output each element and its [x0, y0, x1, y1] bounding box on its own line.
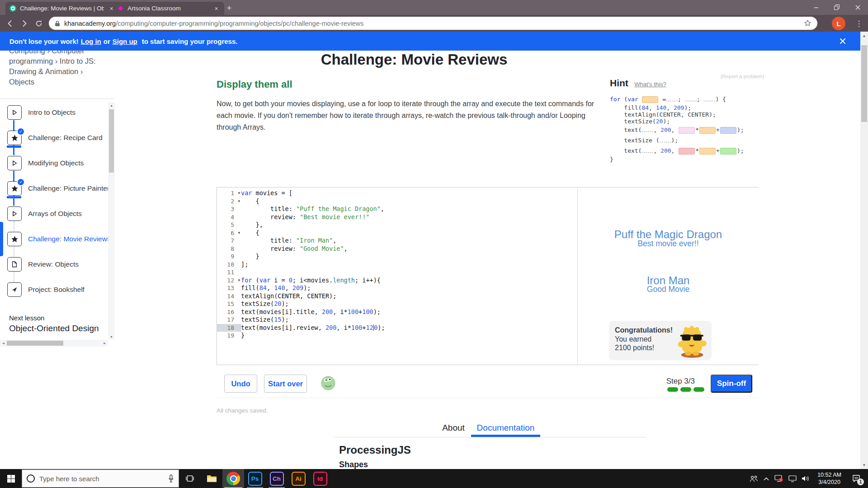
gutter-line[interactable]: 13 [217, 284, 241, 292]
scroll-up-icon[interactable]: ▲ [860, 32, 868, 39]
back-button[interactable] [4, 17, 16, 30]
code-line[interactable] [241, 268, 385, 277]
scroll-left-icon[interactable]: ◄ [0, 340, 7, 347]
url-bar[interactable]: khanacademy.org/computing/computer-progr… [49, 17, 817, 30]
code-line[interactable]: textSize(15); [241, 316, 385, 324]
scrollbar-thumb[interactable] [7, 341, 63, 346]
browser-profile-avatar[interactable]: L [832, 17, 845, 30]
task-view-button[interactable] [179, 469, 201, 488]
taskbar-app-ch[interactable]: Ch [266, 469, 288, 488]
gutter-line[interactable]: 10 [217, 261, 241, 269]
start-over-button[interactable]: Start over [264, 375, 307, 393]
code-line[interactable]: review: "Best movie ever!!" [241, 213, 385, 221]
new-tab-button[interactable]: + [223, 3, 235, 14]
code-line[interactable]: textAlign(CENTER, CENTER); [241, 292, 385, 300]
code-line[interactable]: { [241, 197, 385, 206]
scroll-down-icon[interactable]: ▼ [108, 333, 115, 340]
code-line[interactable]: } [241, 332, 385, 340]
code-line[interactable]: }, [241, 221, 385, 229]
hopper-avatar-icon[interactable] [320, 374, 337, 391]
sidebar-item-modifying-objects[interactable]: Modifying Objects [0, 150, 108, 176]
scrollbar-thumb[interactable] [861, 45, 867, 122]
taskbar-app-ai[interactable]: Ai [288, 469, 309, 488]
gutter-line[interactable]: 11 [217, 268, 241, 277]
sidebar-horizontal-scrollbar[interactable]: ◄ ► [0, 340, 108, 347]
microphone-icon[interactable] [168, 474, 174, 483]
signup-link[interactable]: Sign up [113, 38, 137, 45]
code-line[interactable]: text(movies[i].review, 200, i*100+120); [241, 324, 385, 332]
chrome-button[interactable] [222, 469, 244, 488]
minimize-button[interactable] [806, 0, 826, 14]
sidebar-item-review-objects[interactable]: Review: Objects [0, 252, 108, 277]
code-line[interactable]: { [241, 229, 385, 237]
tab-documentation[interactable]: Documentation [471, 423, 540, 433]
code-editor[interactable]: 1▾2▾3456▾789101112▾13141516171819 var mo… [217, 188, 578, 365]
file-explorer-button[interactable] [201, 469, 222, 488]
code-line[interactable]: fill(84, 140, 209); [241, 284, 385, 292]
code-line[interactable]: title: "Puff the Magic Dragon", [241, 205, 385, 213]
scroll-down-icon[interactable]: ▼ [860, 461, 868, 469]
sidebar-item-challenge-picture-painter[interactable]: ✓Challenge: Picture Painter [0, 176, 108, 201]
browser-tab-inactive[interactable]: Artsonia Classroom × [113, 2, 224, 15]
gutter-line[interactable]: 17 [217, 316, 241, 324]
browser-menu-icon[interactable]: ⋮ [854, 17, 863, 30]
action-alert-icon[interactable]: ! [774, 475, 783, 482]
code-line[interactable]: review: "Good Movie", [241, 245, 385, 253]
gutter-line[interactable]: 14 [217, 292, 241, 300]
gutter-line[interactable]: 1▾ [217, 189, 241, 197]
code-line[interactable]: title: "Iron Man", [241, 237, 385, 245]
gutter-line[interactable]: 12▾ [217, 277, 241, 285]
gutter-line[interactable]: 16 [217, 308, 241, 316]
sidebar-item-challenge-recipe-card[interactable]: ✓Challenge: Recipe Card [0, 125, 108, 150]
bookmark-star-icon[interactable] [804, 19, 811, 27]
code-line[interactable]: var movies = [ [241, 189, 385, 197]
editor-code[interactable]: var movies = [ { title: "Puff the Magic … [241, 189, 385, 340]
gutter-line[interactable]: 7 [217, 237, 241, 245]
taskbar-app-ps[interactable]: Ps [244, 469, 266, 488]
taskbar-search[interactable]: Type here to search [22, 469, 179, 488]
breadcrumb[interactable]: Computing › Computer programming › Intro… [9, 46, 99, 87]
fold-icon[interactable]: ▾ [238, 197, 240, 206]
scrollbar-thumb[interactable] [109, 109, 114, 173]
tray-chevron-icon[interactable] [763, 477, 769, 481]
browser-tab-active[interactable]: Challenge: Movie Reviews | Obje × [5, 2, 119, 15]
code-line[interactable]: textSize(20); [241, 300, 385, 308]
page-scrollbar[interactable]: ▲ ▼ [860, 32, 868, 469]
sidebar-item-arrays-of-objects[interactable]: Arrays of Objects [0, 201, 108, 226]
volume-icon[interactable] [802, 475, 810, 482]
fold-icon[interactable]: ▾ [238, 229, 240, 237]
gutter-line[interactable]: 4 [217, 213, 241, 221]
taskbar-clock[interactable]: 10:52 AM 3/4/2020 [815, 471, 844, 486]
sidebar-item-intro-to-objects[interactable]: Intro to Objects [0, 100, 108, 125]
next-lesson-title[interactable]: Object-Oriented Design [9, 324, 99, 333]
scroll-up-icon[interactable]: ▲ [108, 102, 115, 108]
sidebar-item-project-bookshelf[interactable]: Project: Bookshelf [0, 277, 108, 302]
reload-button[interactable] [33, 17, 45, 30]
start-button[interactable] [0, 469, 22, 488]
scroll-right-icon[interactable]: ► [101, 340, 108, 347]
close-button[interactable] [847, 0, 868, 14]
gutter-line[interactable]: 19 [217, 332, 241, 340]
gutter-line[interactable]: 8 [217, 245, 241, 253]
spin-off-button[interactable]: Spin-off [711, 375, 752, 393]
gutter-line[interactable]: 5 [217, 221, 241, 229]
tab-close-icon[interactable]: × [212, 5, 220, 12]
whats-this-link[interactable]: What's this? [634, 81, 666, 88]
code-line[interactable]: ]; [241, 261, 385, 269]
forward-button[interactable] [18, 17, 31, 30]
sidebar-item-challenge-movie-reviews[interactable]: Challenge: Movie Reviews [0, 226, 108, 252]
login-link[interactable]: Log in [81, 38, 101, 45]
banner-close-icon[interactable] [840, 32, 846, 51]
taskbar-app-id[interactable]: Id [309, 469, 331, 488]
undo-button[interactable]: Undo [224, 375, 257, 393]
fold-icon[interactable]: ▾ [238, 277, 240, 285]
network-icon[interactable] [788, 475, 797, 482]
gutter-line[interactable]: 3 [217, 205, 241, 213]
gutter-line[interactable]: 9 [217, 253, 241, 261]
gutter-line[interactable]: 15 [217, 300, 241, 308]
sidebar-vertical-scrollbar[interactable]: ▲ ▼ [108, 102, 115, 340]
code-line[interactable]: for (var i = 0; i<movies.length; i++){ [241, 277, 385, 285]
gutter-line[interactable]: 6▾ [217, 229, 241, 237]
notification-center-button[interactable]: 1 [849, 469, 864, 488]
gutter-line[interactable]: 2▾ [217, 197, 241, 206]
